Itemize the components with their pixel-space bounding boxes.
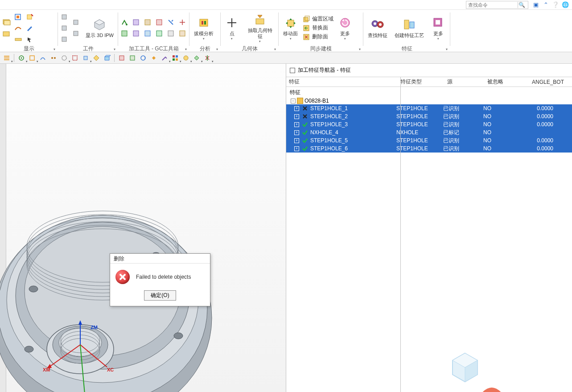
wk5-icon[interactable]: [71, 29, 81, 38]
tool16-icon[interactable]: [181, 53, 191, 63]
wk3-icon[interactable]: [60, 34, 70, 44]
tb5-icon[interactable]: [143, 17, 153, 27]
tool4-icon[interactable]: [49, 53, 58, 63]
expand-icon[interactable]: +: [294, 122, 299, 127]
tb8-icon[interactable]: [155, 29, 165, 38]
tb11-icon[interactable]: [178, 17, 188, 27]
collapse-icon[interactable]: ⌃: [542, 1, 550, 9]
tb4-icon[interactable]: [132, 29, 141, 38]
tb10-icon[interactable]: [166, 29, 176, 38]
clip-icon[interactable]: [13, 12, 23, 22]
find-feature-button[interactable]: 查找特征: [365, 17, 390, 39]
sync-more-button[interactable]: 更多 ▾: [335, 15, 355, 41]
search-icon[interactable]: 🔍: [518, 2, 526, 8]
tb12-icon[interactable]: [178, 29, 188, 38]
wk1-icon[interactable]: [60, 12, 70, 22]
tool10-icon[interactable]: [117, 53, 127, 63]
highlight-icon[interactable]: [25, 12, 35, 22]
wk2-icon[interactable]: [60, 23, 70, 33]
collapse-icon[interactable]: −: [291, 99, 296, 103]
svg-rect-49: [30, 56, 34, 60]
point-button[interactable]: 点 ▾: [222, 15, 242, 41]
offset-region-button[interactable]: 偏置区域: [302, 15, 333, 23]
tool13-icon[interactable]: [149, 53, 159, 63]
tb7-icon[interactable]: [155, 17, 165, 27]
tb6-icon[interactable]: [143, 29, 153, 38]
feature-row[interactable]: +STEP1HOLE_1STEP1HOLE已识别NO0.0000: [286, 104, 572, 112]
feature-row[interactable]: +STEP1HOLE_6STEP1HOLE已识别NO0.0000: [286, 144, 572, 153]
tool9-icon[interactable]: [102, 53, 112, 63]
col-ignored[interactable]: 被忽略: [485, 78, 529, 86]
tool5-icon[interactable]: [59, 53, 69, 63]
tool11-icon[interactable]: [128, 53, 137, 63]
tool7-icon[interactable]: [81, 53, 91, 63]
feature-type: STEP1HOLE: [396, 145, 443, 152]
expand-icon[interactable]: +: [294, 138, 299, 143]
tool14-icon[interactable]: [160, 53, 169, 63]
command-search-input[interactable]: [466, 2, 518, 8]
dialog-title: 删除: [110, 254, 210, 264]
create-feature-process-button[interactable]: 创建特征工艺: [392, 17, 427, 39]
restore-icon[interactable]: ▣: [532, 1, 540, 9]
delete-face-button[interactable]: 删除面: [302, 33, 333, 41]
tb3-icon[interactable]: [132, 17, 141, 27]
tool18-icon[interactable]: [202, 53, 212, 63]
col-type[interactable]: 特征类型: [398, 78, 444, 86]
extract-geometry-button[interactable]: 抽取几何特征 ▾: [243, 12, 277, 44]
tool15-icon[interactable]: [170, 53, 180, 63]
draft-analysis-button[interactable]: 拔模分析 ▾: [191, 15, 216, 41]
feature-more-button[interactable]: 更多 ▾: [428, 15, 448, 41]
snap2-icon[interactable]: [27, 53, 37, 63]
ok-button[interactable]: 确定(O): [144, 290, 176, 301]
col-source[interactable]: 源: [444, 78, 485, 86]
tool12-icon[interactable]: [138, 53, 148, 63]
replace-face-button[interactable]: 替换面: [302, 24, 333, 32]
tb2-icon[interactable]: [120, 29, 130, 38]
svg-rect-10: [74, 20, 78, 25]
layer2-icon[interactable]: [2, 29, 12, 38]
tool6-icon[interactable]: [70, 53, 80, 63]
svg-rect-15: [122, 31, 127, 36]
title-bar: 🔍 ▣ ⌃ ❔ 🌐: [0, 0, 572, 10]
ribbon-group-analysis: 拔模分析 ▾ 分析▾: [189, 10, 221, 52]
graphics-viewport[interactable]: ZM XM XC ZC 删除 Failed to delete objects …: [0, 64, 286, 392]
feature-source: 已标记: [443, 129, 483, 136]
svg-marker-57: [105, 55, 111, 57]
tree-root-node[interactable]: − O0828-B1: [286, 97, 572, 104]
command-search[interactable]: 🔍: [466, 1, 528, 9]
col-feature[interactable]: 特征: [286, 78, 398, 86]
show-3d-ipw-button[interactable]: 显示 3D IPW: [83, 17, 116, 39]
tool17-icon[interactable]: [192, 53, 202, 63]
move-face-button[interactable]: 移动面 ▾: [280, 15, 300, 41]
navigator-checkbox-icon[interactable]: [290, 68, 295, 73]
feature-row[interactable]: +STEP1HOLE_3STEP1HOLE已识别NO0.0000: [286, 120, 572, 128]
tool8-icon[interactable]: [91, 53, 101, 63]
measure-icon[interactable]: [13, 34, 23, 44]
svg-rect-31: [304, 17, 308, 22]
tb9-icon[interactable]: [166, 17, 176, 27]
col-angle[interactable]: ANGLE_BOT: [529, 79, 567, 85]
curve-icon[interactable]: [13, 23, 23, 33]
brush-icon[interactable]: [25, 23, 35, 33]
feature-row[interactable]: +NXHOLE_4NXHOLE已标记NO: [286, 128, 572, 136]
feature-tree[interactable]: 特征 − O0828-B1 +STEP1HOLE_1STEP1HOLE已识别NO…: [286, 87, 572, 392]
svg-point-48: [21, 57, 22, 58]
expand-icon[interactable]: +: [294, 130, 299, 135]
pick-icon[interactable]: [25, 34, 35, 44]
snap-icon[interactable]: [16, 53, 26, 63]
feature-row[interactable]: +STEP1HOLE_2STEP1HOLE已识别NO0.0000: [286, 112, 572, 120]
expand-icon[interactable]: +: [294, 146, 299, 151]
wk4-icon[interactable]: [71, 17, 81, 27]
svg-marker-55: [94, 55, 99, 61]
tool3-icon[interactable]: [38, 53, 48, 63]
feature-row[interactable]: +STEP1HOLE_5STEP1HOLE已识别NO0.0000: [286, 136, 572, 144]
feature-navigator-panel: 加工特征导航器 - 特征 特征 特征类型 源 被忽略 ANGLE_BOT 特征 …: [286, 64, 572, 392]
tb1-icon[interactable]: [120, 17, 130, 27]
navigator-column-header[interactable]: 特征 特征类型 源 被忽略 ANGLE_BOT: [286, 77, 572, 87]
layer-icon[interactable]: [2, 17, 12, 27]
expand-icon[interactable]: +: [294, 106, 299, 111]
expand-icon[interactable]: +: [294, 114, 299, 119]
menu-icon[interactable]: [2, 53, 12, 63]
help-icon[interactable]: ❔: [551, 1, 560, 9]
globe-icon[interactable]: 🌐: [561, 1, 569, 9]
